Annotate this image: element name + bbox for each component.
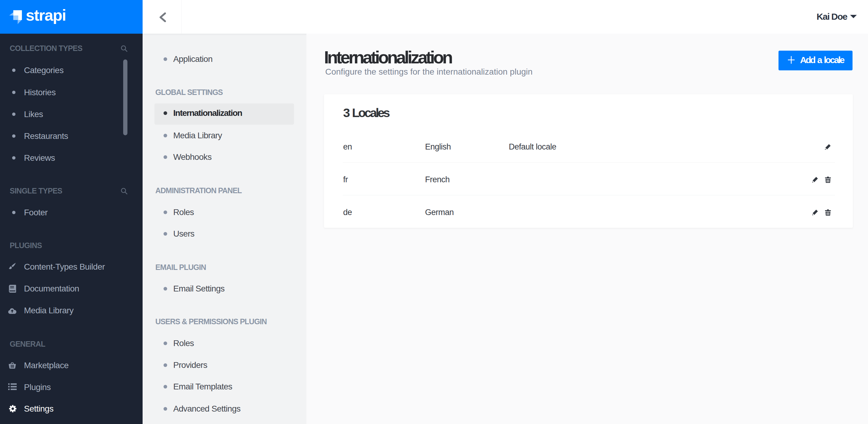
svg-text:strapi: strapi	[26, 6, 66, 24]
